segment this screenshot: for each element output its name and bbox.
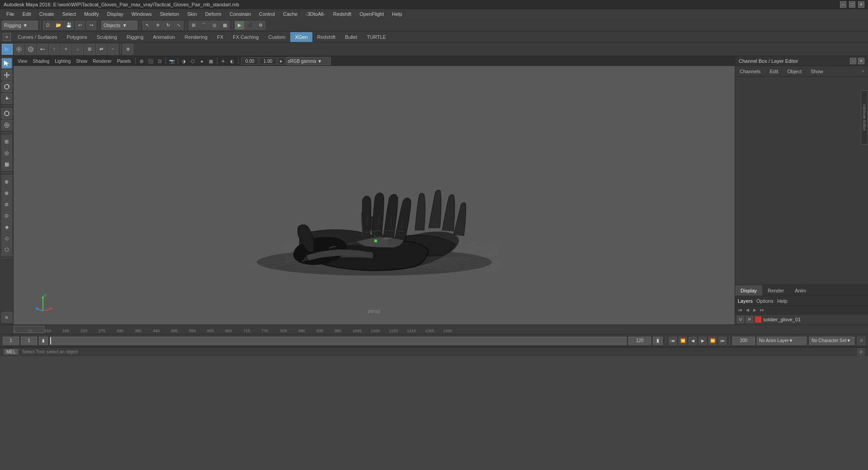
attribute-editor-tab[interactable]: Attribute Editor [861,90,868,145]
minimize-button[interactable]: ─ [840,1,846,8]
vp-shadow-icon[interactable]: ◐ [228,57,236,65]
lt-btn-extra6[interactable]: ◇ [1,233,12,244]
tab-custom[interactable]: Custom [264,32,290,42]
interactive-render-btn[interactable]: ⬛ [245,21,255,30]
layer-next-btn[interactable]: ▶ [751,307,758,313]
shelf-arrow-btn[interactable]: ↑ [49,44,60,55]
rp-add-btn[interactable]: + [860,68,866,75]
timeline-bar[interactable]: 1 55 110 165 220 275 330 385 440 495 550… [0,324,868,334]
start-frame-input[interactable] [3,337,19,345]
dr-tab-render[interactable]: Render [762,285,789,296]
menu-skeleton[interactable]: Skeleton [156,10,183,18]
vp-smooth-icon[interactable]: ● [198,57,206,65]
layer-playback-btn[interactable]: P [746,316,753,323]
redo-button[interactable]: ↪ [86,21,96,30]
menu-openflight[interactable]: OpenFlight [356,10,387,18]
go-to-start-btn[interactable]: ⏮ [669,337,677,345]
shelf-circle-btn[interactable] [25,44,36,55]
vp-shading-menu[interactable]: Shading [31,58,52,64]
vp-texture-icon[interactable]: ▦ [207,57,215,65]
vp-color-swatch[interactable]: ■ [278,57,285,65]
lt-btn-extra3[interactable]: ⊘ [1,199,12,210]
shelf-extra1-btn[interactable]: ⊕ [123,44,133,55]
rp-tab-object[interactable]: Object [783,66,806,77]
vp-display-icon[interactable]: ◑ [180,57,188,65]
dr-tab-display[interactable]: Display [735,285,762,296]
menu-create[interactable]: Create [36,10,58,18]
vp-icon-1[interactable]: ⊞ [137,57,146,65]
snap-point-btn[interactable]: ◎ [209,21,219,30]
layer-visibility-btn[interactable]: V [737,316,744,323]
scale-tool-btn[interactable]: ⤡ [174,21,184,30]
tab-animation[interactable]: Animation [148,32,179,42]
lt-btn-extra2[interactable]: ⊗ [1,188,12,198]
rp-tab-show[interactable]: Show [806,66,828,77]
rp-close-btn[interactable]: ✕ [858,58,864,64]
current-frame-input[interactable] [21,337,37,345]
go-to-end-btn[interactable]: ⏭ [718,337,726,345]
vp-icon-3[interactable]: ⊡ [156,57,164,65]
layer-color-swatch[interactable] [755,316,761,323]
select-tool-lt[interactable] [1,58,12,69]
status-settings-btn[interactable]: ⚙ [857,348,864,356]
shelf-down-btn[interactable]: ↓ [72,44,83,55]
char-set-settings-btn[interactable]: ⚙ [857,337,865,345]
tab-redshift[interactable]: Redshift [313,32,340,42]
tab-fx-caching[interactable]: FX Caching [228,32,263,42]
mode-dropdown[interactable]: Rigging ▼ [2,21,38,30]
layer-last-btn[interactable]: ⏭ [759,307,765,313]
snap-curve-btn[interactable]: ⌒ [199,21,209,30]
vp-panels-menu[interactable]: Panels [115,58,133,64]
menu-display[interactable]: Display [104,10,127,18]
vp-light-icon[interactable]: ☀ [219,57,227,65]
lt-btn-extra7[interactable]: ⬡ [1,244,12,255]
menu-constrain[interactable]: Constrain [226,10,255,18]
char-set-dropdown[interactable]: No Character Set ▼ [809,337,854,345]
play-back-btn[interactable]: ◀ [689,337,697,345]
vp-value-y[interactable] [259,57,277,65]
move-tool-lt[interactable] [1,70,12,80]
shelf-arrow2-btn[interactable]: ⇄ [96,44,107,55]
menu-control[interactable]: Control [255,10,278,18]
tab-rendering[interactable]: Rendering [180,32,212,42]
shelf-minus-btn[interactable]: − [108,44,118,55]
tab-sculpting[interactable]: Sculpting [92,32,122,42]
shelf-paint-btn[interactable] [14,44,24,55]
tab-turtle[interactable]: TURTLE [362,32,391,42]
step-back-btn[interactable]: ⏪ [679,337,687,345]
lt-btn-extra5[interactable]: ◈ [1,221,12,232]
lt-btn-bottom[interactable]: ≡ [1,312,12,323]
rp-collapse-btn[interactable]: − [850,58,856,64]
objects-dropdown[interactable]: Objects ▼ [101,21,137,30]
vp-view-menu[interactable]: View [15,58,30,64]
shelf-cross-btn[interactable]: + [61,44,71,55]
vp-renderer-menu[interactable]: Renderer [90,58,114,64]
menu-windows[interactable]: Windows [128,10,156,18]
scale-tool-lt[interactable] [1,93,12,104]
layers-tab-options[interactable]: Options [756,298,774,304]
menu-cache[interactable]: Cache [279,10,301,18]
snap-grid-btn[interactable]: ⊞ [189,21,198,30]
rotate-tool-lt[interactable] [1,81,12,92]
lt-btn-extra1[interactable]: ⊕ [1,176,12,187]
tab-menu-icon[interactable]: ≡ [3,33,11,41]
tab-fx[interactable]: FX [212,32,228,42]
vp-lighting-menu[interactable]: Lighting [52,58,73,64]
move-tool-btn[interactable]: ✛ [153,21,163,30]
snap-grid-lt[interactable]: ⊞ [1,136,12,147]
timeline-scrubber[interactable] [50,337,627,345]
menu-3dtoall[interactable]: -3DtoAll- [302,10,329,18]
tab-rigging[interactable]: Rigging [122,32,148,42]
maximize-button[interactable]: □ [849,1,855,8]
play-forward-btn[interactable]: ▶ [698,337,707,345]
undo-button[interactable]: ↩ [75,21,85,30]
dr-tab-anim[interactable]: Anim [789,285,811,296]
menu-deform[interactable]: Deform [202,10,225,18]
save-file-button[interactable]: 💾 [64,21,74,30]
step-forward-btn[interactable]: ⏩ [708,337,717,345]
snap-point-lt[interactable]: ◎ [1,147,12,158]
vp-icon-2[interactable]: ⬛ [146,57,155,65]
end-range-indicator[interactable]: ▮ [653,337,663,345]
layer-prev-btn[interactable]: ◀ [744,307,750,313]
vp-camera-icon[interactable]: 📷 [168,57,176,65]
